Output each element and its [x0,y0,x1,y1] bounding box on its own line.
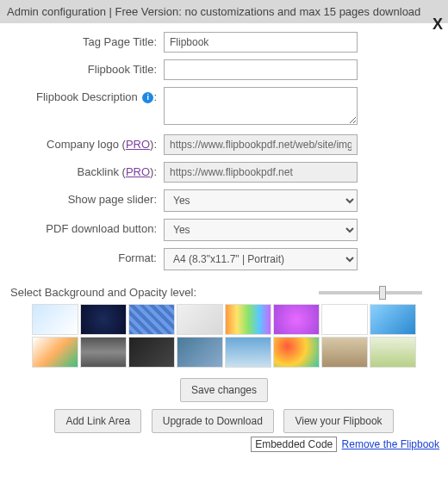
footer-links: Embedded Code Remove the Flipbook [0,433,448,456]
company-logo-label: Company logo (PRO): [10,134,164,151]
flipbook-desc-label: Flipbook Description i: [10,87,164,103]
show-slider-select[interactable]: Yes [164,189,358,212]
background-thumb[interactable] [225,337,271,368]
background-thumb[interactable] [321,304,368,335]
view-flipbook-button[interactable]: View your Flipbook [283,409,393,433]
config-form: Tag Page Title: Flipbook Title: Flipbook… [0,23,448,282]
format-label: Format: [10,248,164,264]
background-thumb[interactable] [128,337,175,368]
background-section: Select Background and Opacity level: [0,282,448,368]
pdf-download-label: PDF download button: [10,219,164,235]
pdf-download-select[interactable]: Yes [164,219,358,241]
remove-flipbook-link[interactable]: Remove the Flipbook [342,438,439,450]
show-slider-label: Show page slider: [10,189,164,206]
background-thumb[interactable] [177,304,223,335]
background-thumb[interactable] [273,304,320,335]
flipbook-title-label: Flipbook Title: [10,59,164,76]
background-thumb[interactable] [370,337,416,368]
save-button[interactable]: Save changes [180,378,268,402]
header-title: Admin configuration | Free Version: no c… [7,5,420,18]
backlink-label: Backlink (PRO): [10,162,164,178]
background-label: Select Background and Opacity level: [10,286,319,299]
close-icon[interactable]: X [432,15,443,34]
background-thumb[interactable] [128,304,175,335]
background-thumb[interactable] [273,337,320,368]
background-thumb[interactable] [321,337,368,368]
background-thumb[interactable] [370,304,416,335]
company-logo-input [164,134,358,155]
info-icon[interactable]: i [142,92,153,103]
background-thumb[interactable] [32,304,78,335]
pro-link-backlink[interactable]: PRO [126,165,150,178]
opacity-slider[interactable] [319,291,422,294]
upgrade-button[interactable]: Upgrade to Download [152,409,274,433]
pro-link-logo[interactable]: PRO [126,138,150,151]
background-thumb[interactable] [32,337,78,368]
background-thumb[interactable] [80,337,127,368]
add-link-area-button[interactable]: Add Link Area [54,409,141,433]
header-bar: Admin configuration | Free Version: no c… [0,0,448,23]
format-select[interactable]: A4 (8.3"x11.7" | Portrait) [164,248,358,270]
backlink-input [164,162,358,183]
tag-page-title-input[interactable] [164,32,358,53]
tag-page-title-label: Tag Page Title: [10,32,164,48]
background-thumb[interactable] [80,304,127,335]
flipbook-title-input[interactable] [164,59,358,80]
background-thumb[interactable] [225,304,271,335]
background-thumb[interactable] [177,337,223,368]
embedded-code-link[interactable]: Embedded Code [251,437,337,452]
opacity-slider-thumb[interactable] [379,286,386,300]
flipbook-desc-input[interactable] [164,87,358,125]
background-thumbnails [10,304,438,368]
